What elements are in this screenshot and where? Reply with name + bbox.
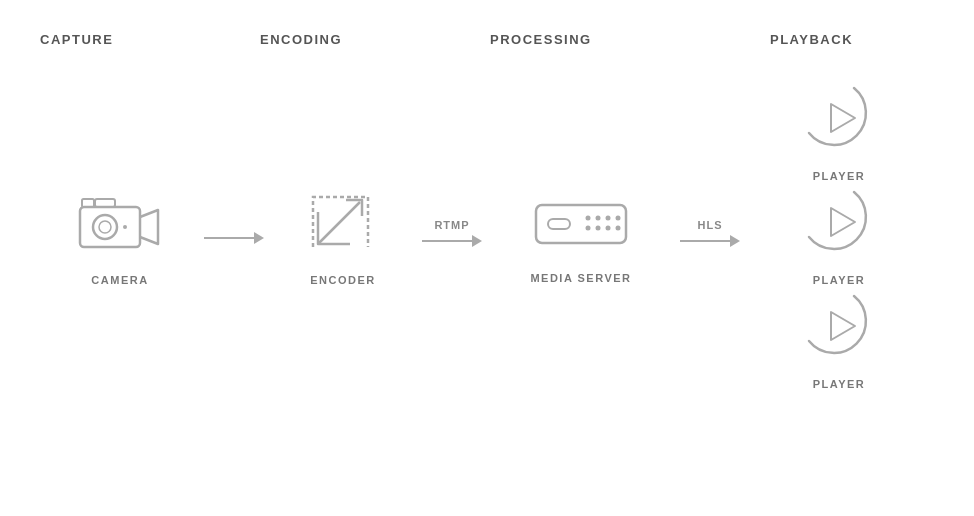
player-2-label: PLAYER [813, 274, 866, 286]
svg-point-9 [586, 215, 591, 220]
playback-header-col: PLAYBACK [720, 30, 934, 48]
playback-section: PLAYER PLAYER PLAYER [744, 78, 934, 390]
arrow-capture-encoding [204, 204, 264, 244]
processing-header: PROCESSING [490, 32, 592, 47]
processing-section: MEDIA SERVER [486, 185, 676, 284]
headers-row: CAPTURE ENCODING PROCESSING PLAYBACK [40, 30, 934, 48]
arrow-processing-playback: HLS [680, 201, 740, 247]
svg-marker-18 [831, 208, 855, 236]
rtmp-label: RTMP [434, 219, 469, 231]
svg-rect-0 [80, 207, 140, 247]
svg-point-5 [123, 225, 127, 229]
svg-rect-8 [548, 219, 570, 229]
svg-point-1 [93, 215, 117, 239]
arrow-encoding-processing: RTMP [422, 201, 482, 247]
arrow-hls-shape [680, 235, 740, 247]
svg-line-6 [318, 202, 360, 244]
playback-header: PLAYBACK [770, 32, 853, 47]
hls-label: HLS [698, 219, 723, 231]
encoding-header: ENCODING [260, 32, 342, 47]
main-content-row: CAMERA ENC [40, 78, 934, 390]
svg-marker-19 [831, 312, 855, 340]
server-label: MEDIA SERVER [530, 272, 631, 284]
svg-point-11 [606, 215, 611, 220]
camera-label: CAMERA [91, 274, 148, 286]
svg-point-15 [616, 215, 621, 220]
arrow-shape [204, 232, 264, 244]
svg-point-14 [606, 225, 611, 230]
svg-point-16 [616, 225, 621, 230]
capture-header: CAPTURE [40, 32, 113, 47]
server-icon [526, 185, 636, 260]
player-3-label: PLAYER [813, 378, 866, 390]
encoder-icon [298, 182, 388, 262]
encoding-section: ENCODER [268, 182, 418, 286]
svg-point-2 [99, 221, 111, 233]
player-item-1: PLAYER [799, 78, 879, 182]
capture-section: CAMERA [40, 182, 200, 286]
camera-icon [70, 182, 170, 262]
diagram: CAPTURE ENCODING PROCESSING PLAYBACK [0, 0, 974, 516]
encoding-header-col: ENCODING [250, 30, 460, 48]
svg-point-13 [596, 225, 601, 230]
player-1-label: PLAYER [813, 170, 866, 182]
arrow-rtmp-shape [422, 235, 482, 247]
capture-header-col: CAPTURE [40, 30, 250, 48]
player-item-2: PLAYER [799, 182, 879, 286]
processing-header-col: PROCESSING [460, 30, 720, 48]
svg-point-10 [596, 215, 601, 220]
svg-point-12 [586, 225, 591, 230]
player-item-3: PLAYER [799, 286, 879, 390]
svg-rect-7 [536, 205, 626, 243]
encoder-label: ENCODER [310, 274, 376, 286]
svg-marker-17 [831, 104, 855, 132]
